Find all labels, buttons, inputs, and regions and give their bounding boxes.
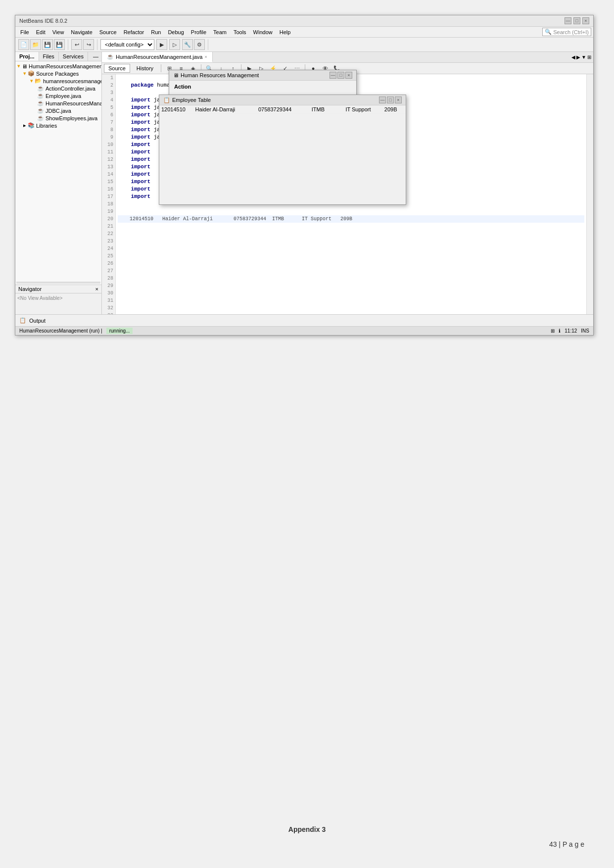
line-numbers: 1 2 3 4 5 6 7 8 9 10 11 12 13 14 15 16 1 [102,74,116,314]
menu-help[interactable]: Help [277,28,294,36]
toolbar-extra1[interactable]: 🔧 [182,39,193,50]
emp-id: 12014510 [161,106,195,112]
menu-profile[interactable]: Profile [188,28,209,36]
code-line-25 [118,252,584,260]
menu-run[interactable]: Run [148,28,164,36]
status-icon2: ℹ [559,328,561,334]
project-tree: ▾ 🖥 HumanResourcesManagement ▾ 📦 Source … [15,61,101,281]
table-row[interactable]: 12014510 Haider Al-Darraji 07583729344 I… [159,105,406,114]
hr-dialog-icon: 🖥 [173,72,179,78]
tab-layout[interactable]: ⊞ [587,54,591,60]
ln-10: 10 [104,141,113,148]
menu-debug[interactable]: Debug [165,28,187,36]
new-btn[interactable]: 📄 [18,39,29,50]
search-box[interactable]: 🔍 Search (Ctrl+I) [542,28,591,36]
redo-btn[interactable]: ↪ [83,39,94,50]
navigator-content: <No View Available> [15,293,101,314]
ln-25: 25 [104,252,113,260]
status-icon1: ⊞ [551,328,555,334]
running-status: running... [106,328,133,334]
tree-package[interactable]: ▾ 📂 humanresourcesmanage... [16,77,100,85]
emp-minimize[interactable]: — [379,96,386,103]
undo-btn[interactable]: ↩ [71,39,82,50]
minimize-button[interactable]: — [565,17,571,24]
menu-edit[interactable]: Edit [33,28,48,36]
toolbar-extra2[interactable]: ⚙ [194,39,205,50]
navigator-close[interactable]: × [95,286,98,292]
save-btn[interactable]: 💾 [42,39,53,50]
editor-tab-bar: ☕ HumanResourcesManagement.java × ◀ ▶ ▼ … [102,52,593,63]
tab-nav-left[interactable]: ◀ [571,54,575,60]
tab-close-icon[interactable]: × [204,54,207,59]
status-mode: INS [581,328,589,334]
navigator-header: Navigator × [15,285,101,293]
save-all-btn[interactable]: 💾 [54,39,65,50]
tab-files[interactable]: Files [39,52,59,61]
ln-29: 29 [104,282,113,289]
tree-libraries[interactable]: ▸ 📚 Libraries [16,122,100,129]
tab-label: HumanResourcesManagement.java [116,54,202,60]
menu-source[interactable]: Source [96,28,120,36]
open-btn[interactable]: 📁 [30,39,41,50]
run-btn[interactable]: ▶ [156,39,167,50]
ln-13: 13 [104,163,113,171]
tab-nav-right[interactable]: ▶ [576,54,580,60]
tree-file-jdbc[interactable]: ☕ JDBC.java [16,107,100,114]
ln-33: 33 [104,312,113,314]
tab-hrm-java[interactable]: ☕ HumanResourcesManagement.java × [102,52,213,62]
emp-dialog-icon: 📋 [163,97,170,103]
maximize-button[interactable]: □ [573,17,580,24]
menu-window[interactable]: Window [250,28,276,36]
hr-maximize[interactable]: □ [337,72,344,79]
tree-file-employee[interactable]: ☕ Employee.java [16,92,100,99]
config-select[interactable]: <default config> [100,39,154,50]
code-line-21 [118,223,584,230]
editor-scrollbar[interactable] [586,74,593,314]
menu-team[interactable]: Team [210,28,230,36]
history-tab[interactable]: History [132,64,158,73]
menu-view[interactable]: View [49,28,67,36]
libraries-arrow: ▸ [23,122,26,129]
menu-file[interactable]: File [17,28,32,36]
ln-4: 4 [104,96,113,104]
tab-projects[interactable]: Proj... [15,52,39,61]
emp-maximize[interactable]: □ [387,96,394,103]
menu-tools[interactable]: Tools [231,28,249,36]
output-label[interactable]: Output [29,318,46,324]
file-icon-4: ☕ [37,107,44,114]
tab-services[interactable]: Services [59,52,88,61]
menu-refactor[interactable]: Refactor [121,28,147,36]
tree-file-showemployees[interactable]: ☕ ShowEmployees.java [16,114,100,122]
code-line-23 [118,238,584,245]
source-tab[interactable]: Source [104,64,130,73]
tab-dropdown[interactable]: ▼ [581,54,586,60]
source-label: Source [108,65,126,71]
hr-close[interactable]: × [345,72,352,79]
emp-dialog-title: Employee Table [172,97,211,103]
ln-17: 17 [104,193,113,200]
action-label: Action [174,84,351,90]
emp-table: 12014510 Haider Al-Darraji 07583729344 I… [159,105,406,204]
ln-20: 20 [104,215,113,223]
page-footer: 43 | P a g e [549,840,584,848]
tree-scroll[interactable] [16,282,100,284]
ln-19: 19 [104,208,113,215]
hr-minimize[interactable]: — [330,72,336,79]
toolbar-extra-group: 🔧 ⚙ [182,39,208,50]
debug-btn[interactable]: ▷ [169,39,180,50]
menu-navigate[interactable]: Navigate [68,28,95,36]
ln-30: 30 [104,289,113,297]
tree-source-packages[interactable]: ▾ 📦 Source Packages [16,70,100,77]
close-button[interactable]: × [582,17,589,24]
ln-28: 28 [104,275,113,282]
panel-close[interactable]: — [90,52,101,61]
tree-root[interactable]: ▾ 🖥 HumanResourcesManagement [16,62,100,70]
ln-6: 6 [104,111,113,119]
sep1 [161,64,161,72]
emp-close[interactable]: × [395,96,402,103]
file-label-5: ShowEmployees.java [46,115,97,121]
tree-file-hrm[interactable]: ☕ HumanResourcesMana... [16,99,100,107]
tree-file-action[interactable]: ☕ ActionController.java [16,85,100,92]
ln-26: 26 [104,260,113,267]
toolbar-edit-group: ↩ ↪ [71,39,97,50]
